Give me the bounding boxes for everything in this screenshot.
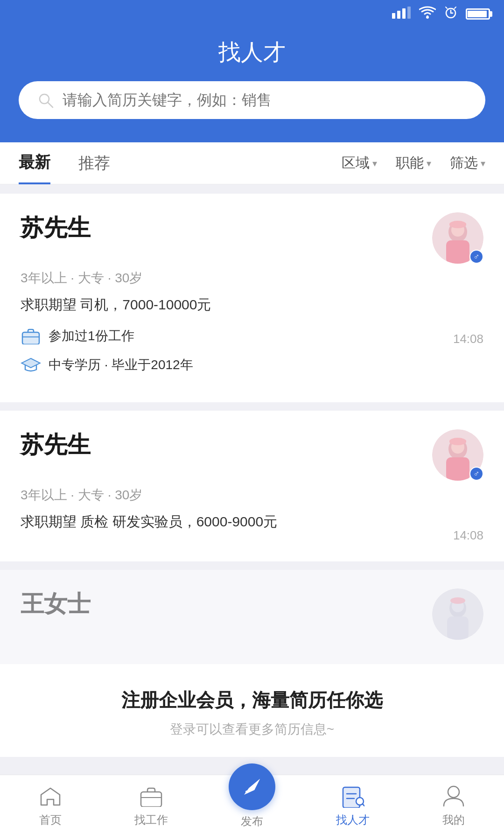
- gender-badge-2: ♂: [469, 467, 483, 481]
- bottom-nav: 首页 找工作 发布: [0, 775, 504, 840]
- briefcase-icon: [21, 326, 41, 346]
- wifi-icon: [419, 6, 436, 22]
- svg-line-11: [48, 103, 53, 107]
- nav-find-talent[interactable]: 找人才: [302, 784, 403, 832]
- svg-rect-34: [141, 792, 161, 807]
- nav-find-talent-label: 找人才: [336, 812, 370, 827]
- candidate-name-1: 苏先生: [21, 212, 91, 244]
- tab-latest[interactable]: 最新: [19, 142, 50, 184]
- search-bar[interactable]: [19, 81, 485, 119]
- candidate-card-3-blurred: 王女士: [0, 570, 504, 664]
- search-input[interactable]: [63, 91, 467, 109]
- avatar-3: [432, 588, 483, 640]
- nav-mine-label: 我的: [442, 812, 465, 827]
- svg-line-9: [455, 7, 456, 8]
- login-overlay: 注册企业会员，海量简历任你选 登录可以查看更多简历信息~: [0, 664, 504, 757]
- filter-function[interactable]: 职能 ▾: [396, 154, 431, 173]
- svg-marker-21: [21, 358, 40, 368]
- nav-mine[interactable]: 我的: [403, 784, 504, 832]
- person-icon: [441, 784, 466, 809]
- home-icon: [38, 784, 63, 809]
- candidate-job-2: 求职期望 质检 研发实验员，6000-9000元: [21, 512, 483, 532]
- page-title: 找人才: [19, 37, 485, 67]
- candidate-time-1: 14:08: [453, 332, 483, 346]
- svg-rect-25: [446, 457, 469, 481]
- find-talent-icon: [340, 784, 365, 809]
- candidate-card-1[interactable]: 苏先生 ♂ 3年以上 · 大专 · 30岁 求职期望 司机，7000-10000…: [0, 194, 504, 402]
- avatar-2: ♂: [432, 429, 483, 481]
- graduation-icon: [21, 355, 41, 375]
- svg-rect-0: [392, 13, 395, 19]
- signal-icon: [392, 7, 411, 21]
- publish-fab-button[interactable]: [229, 763, 275, 810]
- svg-rect-31: [447, 616, 469, 640]
- svg-point-10: [40, 94, 49, 104]
- status-bar: [0, 0, 504, 28]
- svg-rect-2: [402, 8, 406, 19]
- candidate-meta-1: 3年以上 · 大专 · 30岁: [21, 269, 483, 287]
- svg-line-8: [446, 7, 447, 8]
- svg-rect-18: [22, 332, 39, 344]
- candidate-list: 苏先生 ♂ 3年以上 · 大专 · 30岁 求职期望 司机，7000-10000…: [0, 184, 504, 832]
- svg-point-43: [448, 786, 459, 798]
- login-title: 注册企业会员，海量简历任你选: [21, 687, 483, 713]
- svg-rect-1: [397, 11, 400, 19]
- svg-point-33: [450, 597, 465, 604]
- chevron-down-icon: ▾: [427, 158, 431, 169]
- filter-screen[interactable]: 筛选 ▾: [450, 154, 485, 173]
- chevron-down-icon: ▾: [481, 158, 485, 169]
- battery-icon: [466, 8, 490, 20]
- svg-rect-3: [407, 7, 411, 19]
- candidate-meta-2: 3年以上 · 大专 · 30岁: [21, 486, 483, 504]
- education-1: 中专学历 · 毕业于2012年: [21, 355, 483, 375]
- svg-point-36: [245, 791, 248, 793]
- work-exp-1: 参加过1份工作: [21, 326, 483, 346]
- gender-badge-1: ♂: [469, 250, 483, 264]
- chevron-down-icon: ▾: [372, 158, 377, 169]
- search-icon: [37, 92, 54, 109]
- svg-rect-14: [446, 240, 469, 264]
- nav-publish[interactable]: 发布: [202, 782, 302, 833]
- alarm-icon: [444, 6, 457, 22]
- nav-home[interactable]: 首页: [0, 784, 101, 832]
- nav-publish-label: 发布: [241, 814, 263, 829]
- candidate-name-2: 苏先生: [21, 429, 91, 461]
- candidate-card-2[interactable]: 苏先生 ♂ 3年以上 · 大专 · 30岁 求职期望 质检 研发实验员，6000…: [0, 411, 504, 561]
- filter-group: 区域 ▾ 职能 ▾ 筛选 ▾: [342, 154, 485, 173]
- svg-rect-28: [449, 440, 466, 443]
- candidate-name-3: 王女士: [21, 588, 91, 620]
- candidate-job-1: 求职期望 司机，7000-10000元: [21, 295, 483, 315]
- login-subtitle: 登录可以查看更多简历信息~: [21, 721, 483, 738]
- svg-line-42: [363, 804, 364, 806]
- tab-filter-row: 最新 推荐 区域 ▾ 职能 ▾ 筛选 ▾: [0, 142, 504, 184]
- filter-region[interactable]: 区域 ▾: [342, 154, 377, 173]
- svg-point-4: [426, 16, 429, 19]
- nav-find-job-label: 找工作: [134, 812, 168, 827]
- candidate-time-2: 14:08: [453, 528, 483, 543]
- nav-home-label: 首页: [39, 812, 62, 827]
- avatar-1: ♂: [432, 212, 483, 264]
- nav-find-job[interactable]: 找工作: [101, 784, 202, 832]
- header: 找人才: [0, 28, 504, 142]
- svg-rect-17: [449, 223, 466, 226]
- briefcase-nav-icon: [139, 784, 164, 809]
- tab-recommend[interactable]: 推荐: [78, 142, 110, 184]
